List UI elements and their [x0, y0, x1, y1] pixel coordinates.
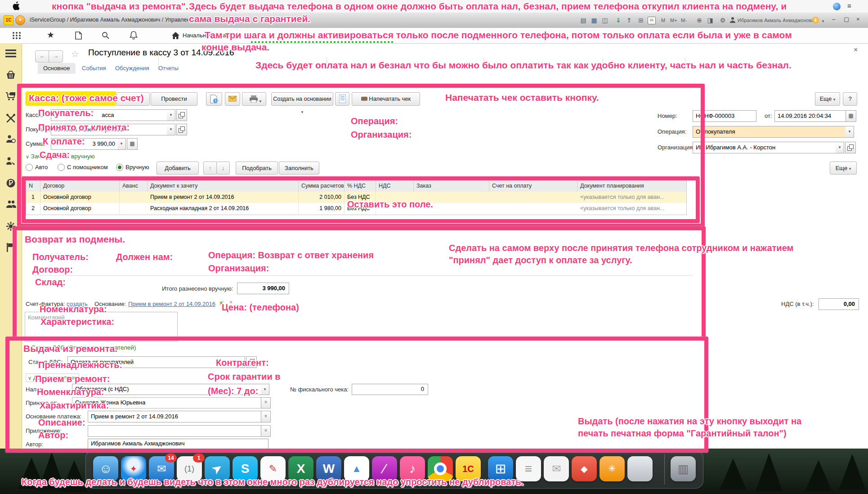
- calculator-icon[interactable]: ⊞: [636, 16, 646, 25]
- notifications-bell-icon[interactable]: [130, 31, 138, 40]
- annotation: Номенклатура:: [40, 304, 107, 314]
- annotation: Организация:: [208, 263, 269, 274]
- sidebar-basket-icon[interactable]: [6, 70, 16, 79]
- globe-icon[interactable]: [833, 3, 841, 10]
- annotation: Прием в ремонт:: [35, 374, 110, 384]
- window-titlebar: 1С ▼ iServiceGroup / Ибрагимов Акмаль Ах…: [0, 13, 868, 28]
- memory-m-button[interactable]: M: [661, 16, 665, 25]
- operation-dropdown-icon[interactable]: ▾: [846, 126, 854, 138]
- trash-icon[interactable]: ▥: [671, 456, 696, 481]
- annotation: Выдать (после нажатия на эту кнопку выхо…: [578, 416, 801, 427]
- calendar-icon[interactable]: 31: [648, 17, 656, 24]
- close-window-button[interactable]: ×: [856, 16, 860, 22]
- info-dropdown-icon[interactable]: ▾: [820, 17, 826, 26]
- annotation: Номенклатура:: [37, 387, 104, 397]
- main-menu-button[interactable]: ▼: [15, 15, 25, 25]
- home-icon: [172, 32, 179, 39]
- annotation: Договор:: [32, 265, 73, 275]
- annotation: конце выдача.: [201, 42, 269, 53]
- memory-mplus-button[interactable]: M+: [670, 16, 677, 25]
- import-icon[interactable]: ⇓: [613, 16, 623, 25]
- annotation: Выдача из ремонта.: [23, 343, 117, 354]
- panel-icon[interactable]: ◨: [705, 16, 715, 25]
- print-icon[interactable]: ▦: [589, 16, 599, 25]
- tab-events[interactable]: События: [82, 63, 106, 74]
- favorite-star-icon[interactable]: ☆: [71, 49, 79, 59]
- user-icon: [729, 17, 736, 23]
- save-icon[interactable]: ▤: [578, 16, 588, 25]
- 1c-app-glyph: 1С: [462, 464, 474, 474]
- mail2-app-icon[interactable]: ✉: [544, 456, 569, 481]
- annotation: печать печатная форма "Гарантийный талон…: [578, 428, 787, 439]
- forward-button[interactable]: →: [49, 50, 63, 63]
- help-button[interactable]: ?: [843, 92, 857, 106]
- annotation: Организация:: [351, 130, 412, 140]
- annotation: Должен нам:: [116, 252, 173, 262]
- tab-main[interactable]: Основное: [38, 63, 76, 74]
- sidebar-client-icon[interactable]: [6, 135, 16, 144]
- annotation: кнопка "выдача из ремонта".: [52, 1, 188, 12]
- minimize-button[interactable]: –: [832, 16, 835, 22]
- tab-reports[interactable]: Отчеты: [158, 63, 179, 74]
- date-field[interactable]: 14.09.2016 20:04:34: [774, 110, 846, 122]
- windows-glyph: ⊞: [495, 461, 506, 476]
- phone-app-badge: 1: [193, 454, 205, 463]
- operation-field[interactable]: От покупателя: [693, 126, 846, 138]
- preview-icon[interactable]: ◫: [600, 16, 610, 25]
- annotation: Оставить это поле.: [347, 199, 433, 210]
- excel-glyph: X: [297, 462, 305, 476]
- mail-glyph: ✉: [157, 463, 166, 475]
- form-close-button[interactable]: ×: [854, 46, 858, 54]
- mail-badge: 14: [165, 454, 177, 463]
- launchpad-icon[interactable]: ✳: [600, 456, 625, 481]
- annotation: сама выдача с гарантией.: [189, 13, 310, 24]
- annotation: Сделать на самом верху после принятия те…: [449, 243, 793, 253]
- history-icon[interactable]: [75, 31, 82, 40]
- vat-total-field[interactable]: 0,00: [819, 298, 859, 310]
- red-app-icon[interactable]: ◆: [572, 456, 597, 481]
- back-button[interactable]: ←: [35, 50, 49, 63]
- music-glyph: ♪: [409, 462, 416, 476]
- more-button[interactable]: Еще ▾: [815, 92, 840, 106]
- user-name[interactable]: Ибрагимов Акмаль Ахмаджонович: [738, 16, 817, 25]
- favorites-star-icon[interactable]: ★: [47, 30, 54, 40]
- org-field[interactable]: ИП Ибрагимов А.А. - Корстон: [693, 142, 837, 153]
- sidebar-money-icon[interactable]: [6, 178, 16, 188]
- annotation: Сдача:: [40, 150, 70, 160]
- menu-list-icon[interactable]: ≡: [847, 2, 851, 9]
- sidebar-staff-icon[interactable]: [6, 200, 17, 209]
- sidebar-cart-icon[interactable]: [5, 92, 16, 101]
- memory-mminus-button[interactable]: M-: [681, 16, 687, 25]
- annotation: Преннадлежность:: [38, 360, 122, 370]
- sidebar-tools-icon[interactable]: [6, 113, 16, 123]
- annotation: Характеристика:: [40, 317, 114, 327]
- skype-glyph: S: [241, 462, 250, 476]
- restore-button[interactable]: ▢: [844, 16, 849, 22]
- annotation: "принял" дает доступ к оплате за услугу.: [449, 255, 632, 265]
- info-icon[interactable]: i: [812, 17, 819, 23]
- safari-glyph: ✦: [130, 464, 138, 474]
- vat-total-label: НДС (в т.ч.):: [781, 301, 814, 307]
- 1c-logo-icon: 1С: [4, 15, 13, 25]
- org-dropdown-icon[interactable]: ▾: [836, 142, 844, 153]
- settings-key-icon[interactable]: ⚙: [718, 16, 728, 25]
- gray-app-icon[interactable]: [627, 456, 653, 481]
- table-more-button[interactable]: Еще ▾: [830, 162, 857, 175]
- apple-menu-icon[interactable]: [13, 1, 21, 10]
- annotation: Касса: (тоже самое счет): [29, 93, 144, 103]
- zoom-icon[interactable]: ⊕: [694, 16, 704, 25]
- tab-discussions[interactable]: Обсуждения: [115, 63, 149, 74]
- red-app-glyph: ◆: [581, 464, 587, 474]
- search-icon[interactable]: [102, 31, 110, 40]
- apps-grid-icon[interactable]: [13, 32, 22, 39]
- annotation: Здесь будет выдача телефона в одном окне…: [189, 1, 787, 12]
- sidebar-menu-icon[interactable]: [5, 49, 16, 58]
- date-calendar-button[interactable]: ▦: [846, 110, 856, 122]
- sidebar-manager-icon[interactable]: [6, 157, 16, 166]
- export-icon[interactable]: ⇑: [624, 16, 634, 25]
- annotation: Напечатать чек оставить кнопку.: [445, 92, 599, 103]
- annotation: Когда будешь делать и будешь видеть что …: [22, 477, 523, 487]
- preview-glyph: ▲: [352, 463, 362, 474]
- org-open-button[interactable]: [845, 142, 856, 153]
- annotation: Там три шага и должны активироваться тол…: [205, 30, 792, 40]
